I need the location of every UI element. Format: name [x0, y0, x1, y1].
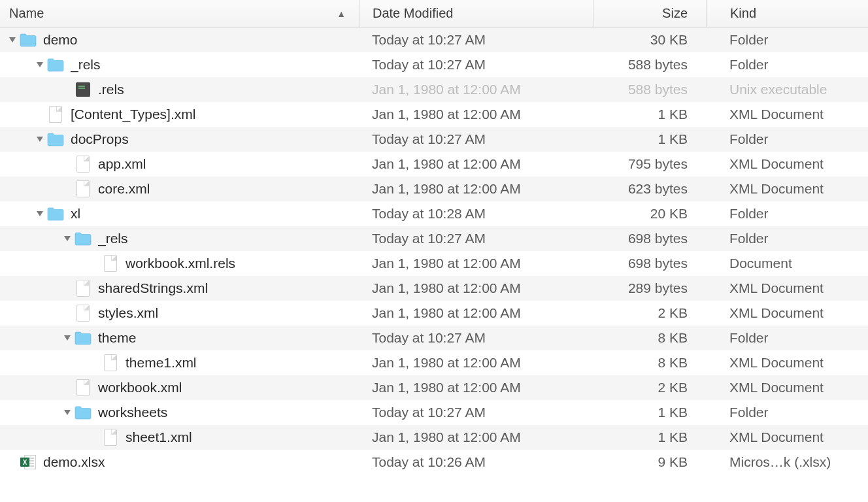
name-cell: styles.xml — [0, 305, 359, 322]
folder-row[interactable]: _relsToday at 10:27 AM588 bytesFolder — [0, 52, 868, 77]
document-icon — [75, 180, 92, 197]
column-header-size-label: Size — [662, 6, 688, 21]
folder-icon — [75, 230, 92, 247]
size-cell: 9 KB — [593, 454, 706, 470]
size-cell: 623 bytes — [593, 181, 706, 197]
file-name: xl — [71, 206, 80, 222]
date-modified-cell: Jan 1, 1980 at 12:00 AM — [359, 82, 593, 97]
folder-row[interactable]: themeToday at 10:27 AM8 KBFolder — [0, 326, 868, 350]
file-name: theme — [98, 330, 136, 346]
kind-cell: Folder — [706, 231, 868, 246]
date-modified-cell: Today at 10:27 AM — [359, 405, 593, 420]
file-name: _rels — [98, 231, 128, 246]
file-name: docProps — [71, 131, 129, 147]
kind-cell: Folder — [706, 206, 868, 222]
file-row[interactable]: [Content_Types].xmlJan 1, 1980 at 12:00 … — [0, 102, 868, 127]
name-cell: theme — [0, 329, 359, 346]
date-modified-cell: Jan 1, 1980 at 12:00 AM — [359, 305, 593, 321]
kind-cell: XML Document — [706, 429, 868, 445]
kind-cell: Unix executable — [706, 82, 868, 97]
column-header-row: Name ▲ Date Modified Size Kind — [0, 0, 868, 27]
folder-row[interactable]: xlToday at 10:28 AM20 KBFolder — [0, 201, 868, 226]
file-row[interactable]: Xdemo.xlsxToday at 10:26 AM9 KBMicros…k … — [0, 450, 868, 475]
disclosure-triangle-icon[interactable] — [9, 37, 16, 42]
name-cell: _rels — [0, 56, 359, 73]
date-modified-cell: Today at 10:26 AM — [359, 454, 593, 470]
column-header-name[interactable]: Name ▲ — [0, 6, 359, 21]
file-name: demo.xlsx — [43, 454, 105, 470]
folder-icon — [47, 56, 64, 73]
file-row[interactable]: workbook.xml.relsJan 1, 1980 at 12:00 AM… — [0, 251, 868, 276]
kind-cell: XML Document — [706, 280, 868, 296]
file-name: .rels — [98, 82, 124, 97]
name-cell: [Content_Types].xml — [0, 106, 359, 123]
document-icon — [102, 354, 119, 371]
size-cell: 289 bytes — [593, 280, 706, 296]
folder-row[interactable]: _relsToday at 10:27 AM698 bytesFolder — [0, 226, 868, 251]
disclosure-triangle-icon[interactable] — [37, 211, 43, 216]
file-row[interactable]: core.xmlJan 1, 1980 at 12:00 AM623 bytes… — [0, 176, 868, 201]
folder-icon — [75, 329, 92, 346]
document-icon — [75, 156, 92, 173]
excel-file-icon: X — [20, 454, 37, 471]
file-row[interactable]: sheet1.xmlJan 1, 1980 at 12:00 AM1 KBXML… — [0, 425, 868, 450]
name-cell: xl — [0, 205, 359, 222]
name-cell: worksheets — [0, 404, 359, 421]
file-row[interactable]: styles.xmlJan 1, 1980 at 12:00 AM2 KBXML… — [0, 301, 868, 326]
document-icon — [102, 255, 119, 272]
size-cell: 1 KB — [593, 131, 706, 147]
folder-row[interactable]: demoToday at 10:27 AM30 KBFolder — [0, 27, 868, 52]
file-name: workbook.xml — [98, 380, 182, 395]
disclosure-triangle-icon[interactable] — [64, 410, 71, 415]
kind-cell: Folder — [706, 131, 868, 147]
folder-row[interactable]: worksheetsToday at 10:27 AM1 KBFolder — [0, 400, 868, 425]
disclosure-triangle-icon[interactable] — [37, 137, 43, 142]
size-cell: 1 KB — [593, 405, 706, 420]
document-icon — [102, 429, 119, 446]
column-header-date-label: Date Modified — [373, 6, 453, 21]
date-modified-cell: Jan 1, 1980 at 12:00 AM — [359, 181, 593, 197]
date-modified-cell: Today at 10:28 AM — [359, 206, 593, 222]
name-cell: .rels — [0, 81, 359, 98]
date-modified-cell: Today at 10:27 AM — [359, 32, 593, 48]
date-modified-cell: Jan 1, 1980 at 12:00 AM — [359, 380, 593, 395]
file-name: core.xml — [98, 181, 150, 197]
name-cell: sharedStrings.xml — [0, 280, 359, 297]
kind-cell: Folder — [706, 405, 868, 420]
file-row[interactable]: theme1.xmlJan 1, 1980 at 12:00 AM8 KBXML… — [0, 350, 868, 375]
date-modified-cell: Jan 1, 1980 at 12:00 AM — [359, 256, 593, 271]
column-header-kind-label: Kind — [730, 6, 756, 21]
name-cell: theme1.xml — [0, 354, 359, 371]
kind-cell: Folder — [706, 57, 868, 73]
file-row[interactable]: .relsJan 1, 1980 at 12:00 AM588 bytesUni… — [0, 77, 868, 102]
file-row[interactable]: sharedStrings.xmlJan 1, 1980 at 12:00 AM… — [0, 276, 868, 301]
disclosure-triangle-icon[interactable] — [64, 236, 71, 241]
column-header-size[interactable]: Size — [593, 0, 706, 27]
file-name: sharedStrings.xml — [98, 280, 208, 296]
disclosure-triangle-icon[interactable] — [64, 335, 71, 341]
column-header-date[interactable]: Date Modified — [359, 0, 593, 27]
kind-cell: XML Document — [706, 305, 868, 321]
file-row[interactable]: workbook.xmlJan 1, 1980 at 12:00 AM2 KBX… — [0, 375, 868, 400]
name-cell: workbook.xml — [0, 379, 359, 396]
file-name: styles.xml — [98, 305, 158, 321]
size-cell: 1 KB — [593, 429, 706, 445]
file-name: workbook.xml.rels — [125, 256, 235, 271]
disclosure-triangle-icon[interactable] — [37, 62, 43, 67]
name-cell: docProps — [0, 131, 359, 148]
column-header-kind[interactable]: Kind — [706, 0, 868, 27]
folder-row[interactable]: docPropsToday at 10:27 AM1 KBFolder — [0, 127, 868, 152]
kind-cell: XML Document — [706, 181, 868, 197]
kind-cell: XML Document — [706, 355, 868, 371]
document-icon — [75, 305, 92, 322]
file-row[interactable]: app.xmlJan 1, 1980 at 12:00 AM795 bytesX… — [0, 152, 868, 176]
document-icon — [47, 106, 64, 123]
name-cell: app.xml — [0, 156, 359, 173]
date-modified-cell: Today at 10:27 AM — [359, 231, 593, 246]
kind-cell: XML Document — [706, 107, 868, 122]
column-header-name-label: Name — [9, 6, 44, 21]
file-name: theme1.xml — [125, 355, 197, 371]
size-cell: 588 bytes — [593, 57, 706, 73]
date-modified-cell: Today at 10:27 AM — [359, 57, 593, 73]
date-modified-cell: Today at 10:27 AM — [359, 330, 593, 346]
